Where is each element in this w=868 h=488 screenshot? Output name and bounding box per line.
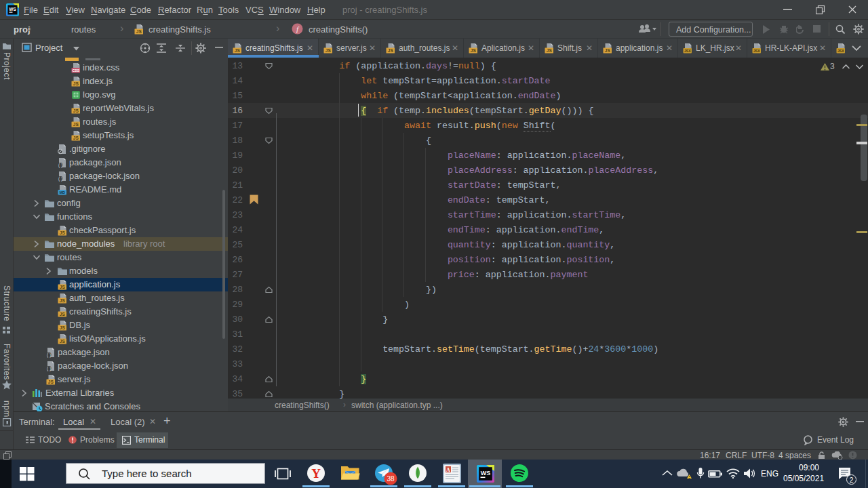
svg-text:2: 2	[850, 476, 854, 484]
svg-text:38: 38	[387, 475, 395, 483]
svg-text:WS: WS	[481, 470, 491, 476]
svg-text:A: A	[446, 467, 450, 473]
svg-text:WS: WS	[9, 7, 16, 12]
svg-text:Y: Y	[311, 466, 321, 481]
